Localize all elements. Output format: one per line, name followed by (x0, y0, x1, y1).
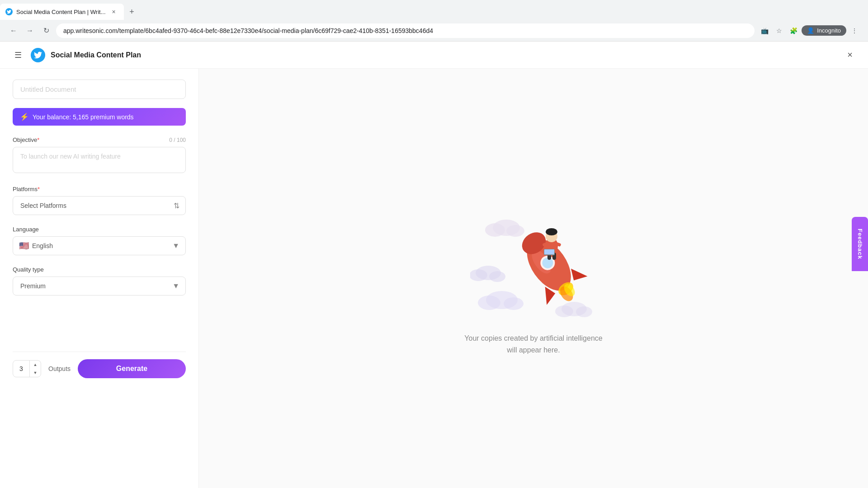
more-options-icon[interactable]: ⋮ (848, 24, 861, 37)
svg-point-7 (478, 296, 500, 310)
platforms-select[interactable]: Select Platforms Twitter Facebook Instag… (13, 196, 186, 215)
main-layout: ⚡ Your balance: 5,165 premium words Obje… (0, 69, 868, 488)
svg-point-10 (555, 305, 573, 317)
app-title: Social Media Content Plan (51, 51, 843, 59)
bottom-bar: 3 ▲ ▼ Outputs Generate (13, 352, 186, 385)
quality-label: Quality type (13, 266, 44, 273)
quality-select-wrapper: Premium Economy ▼ (13, 277, 186, 296)
app-content: ☰ Social Media Content Plan × ⚡ Your bal… (0, 42, 868, 488)
empty-state-text: Your copies created by artificial intell… (464, 333, 602, 356)
nav-icons: 📺 ☆ 🧩 👤 Incognito ⋮ (758, 24, 861, 37)
feedback-button[interactable]: Feedback (852, 217, 868, 271)
objective-label-row: Objective* 0 / 100 (13, 136, 186, 143)
refresh-button[interactable]: ↻ (40, 24, 52, 37)
quality-select[interactable]: Premium Economy (13, 277, 186, 296)
svg-point-2 (506, 225, 524, 237)
quality-label-row: Quality type (13, 266, 186, 273)
twitter-logo (31, 48, 45, 62)
tab-title: Social Media Content Plan | Writ... (16, 9, 106, 15)
outputs-decrement-button[interactable]: ▼ (30, 369, 41, 377)
svg-point-24 (546, 228, 557, 235)
right-panel: Your copies created by artificial intell… (199, 69, 868, 488)
outputs-label: Outputs (48, 365, 71, 372)
outputs-increment-button[interactable]: ▲ (30, 361, 41, 369)
language-label-row: Language (13, 226, 186, 233)
balance-text: Your balance: 5,165 premium words (33, 113, 134, 121)
document-title-input[interactable] (13, 80, 186, 99)
incognito-avatar: 👤 (807, 27, 814, 34)
incognito-button[interactable]: 👤 Incognito (802, 25, 846, 36)
platforms-select-wrapper: Select Platforms Twitter Facebook Instag… (13, 196, 186, 215)
generate-button[interactable]: Generate (78, 359, 186, 378)
platforms-required-star: * (38, 186, 40, 192)
hamburger-menu-button[interactable]: ☰ (11, 48, 25, 62)
tab-close-button[interactable]: × (109, 7, 118, 16)
empty-text-line2: will appear here. (464, 344, 602, 356)
objective-char-count: 0 / 100 (169, 137, 186, 143)
outputs-control: 3 ▲ ▼ (13, 360, 41, 377)
svg-rect-30 (544, 249, 554, 254)
language-label: Language (13, 226, 39, 233)
language-select-wrapper: 🇺🇸 English French Spanish German ▼ (13, 236, 186, 255)
platforms-label: Platforms* (13, 186, 40, 192)
forward-button[interactable]: → (24, 24, 36, 37)
platforms-label-row: Platforms* (13, 186, 186, 192)
outputs-arrows: ▲ ▼ (29, 361, 41, 377)
svg-point-8 (504, 297, 524, 310)
balance-badge: ⚡ Your balance: 5,165 premium words (13, 108, 186, 126)
lightning-icon: ⚡ (20, 113, 29, 121)
left-panel: ⚡ Your balance: 5,165 premium words Obje… (0, 69, 199, 488)
svg-point-1 (485, 223, 505, 237)
tab-bar: Social Media Content Plan | Writ... × + (0, 0, 868, 20)
illustration (470, 201, 597, 318)
new-tab-button[interactable]: + (126, 5, 138, 18)
svg-point-5 (489, 271, 505, 282)
empty-text-line1: Your copies created by artificial intell… (464, 333, 602, 344)
objective-textarea[interactable] (13, 147, 186, 173)
app-header: ☰ Social Media Content Plan × (0, 42, 868, 69)
extension-icon[interactable]: 🧩 (787, 24, 800, 37)
back-button[interactable]: ← (7, 24, 20, 37)
platforms-field-group: Platforms* Select Platforms Twitter Face… (13, 186, 186, 215)
close-button[interactable]: × (843, 48, 857, 62)
objective-field-group: Objective* 0 / 100 (13, 136, 186, 175)
bookmark-icon[interactable]: ☆ (773, 24, 785, 37)
nav-bar: ← → ↻ 📺 ☆ 🧩 👤 Incognito ⋮ (0, 20, 868, 42)
active-tab[interactable]: Social Media Content Plan | Writ... × (0, 4, 124, 20)
incognito-label: Incognito (817, 27, 841, 34)
quality-field-group: Quality type Premium Economy ▼ (13, 266, 186, 296)
address-bar[interactable] (56, 23, 755, 38)
outputs-count: 3 (13, 361, 29, 376)
objective-required-star: * (37, 136, 39, 143)
screen-cast-icon[interactable]: 📺 (758, 24, 771, 37)
language-field-group: Language 🇺🇸 English French Spanish Germa… (13, 226, 186, 255)
objective-label: Objective* (13, 136, 39, 143)
language-select[interactable]: English French Spanish German (13, 236, 186, 255)
tab-favicon (5, 8, 13, 15)
svg-point-11 (576, 306, 592, 317)
